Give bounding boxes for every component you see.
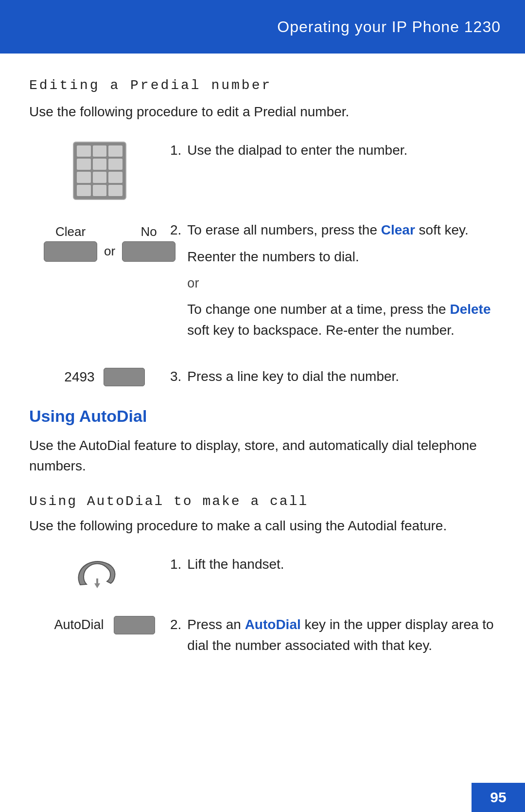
autodial-step-2-number: 2. xyxy=(170,614,181,635)
step-2-right: 2. To erase all numbers, press the Clear… xyxy=(170,219,496,346)
autodial-intro: Use the AutoDial feature to display, sto… xyxy=(29,435,496,476)
autodial-label: AutoDial xyxy=(54,617,104,632)
step-3-inner: 3. Press a line key to dial the number. xyxy=(170,366,496,387)
step-1-inner: 1. Use the dialpad to enter the number. xyxy=(170,140,496,161)
no-label: No xyxy=(141,224,157,239)
step-3-number: 3. xyxy=(170,366,181,387)
step-3-left: 2493 xyxy=(29,366,170,386)
step-2-number: 2. xyxy=(170,219,181,240)
step-2-reenter-text: Reenter the numbers to dial. xyxy=(187,246,496,267)
line-key-label: 2493 xyxy=(64,369,94,385)
step-2-text: To erase all numbers, press the Clear so… xyxy=(187,219,496,346)
clear-no-row: Clear or No xyxy=(44,224,170,262)
step-1-right: 1. Use the dialpad to enter the number. xyxy=(170,140,496,161)
clear-key-group: Clear xyxy=(44,224,97,262)
svg-marker-0 xyxy=(94,578,100,588)
step-2-clear-text: To erase all numbers, press the Clear so… xyxy=(187,219,496,240)
step-2-change-text: To change one number at a time, press th… xyxy=(187,299,496,341)
step-2-change-before: To change one number at a time, press th… xyxy=(187,302,450,317)
page-number: 95 xyxy=(490,789,506,806)
clear-link: Clear xyxy=(381,222,415,237)
dialpad-key xyxy=(77,145,91,157)
dialpad-key xyxy=(108,145,122,157)
or-between-keys: or xyxy=(104,244,115,262)
autodial-step-1-inner: 1. Lift the handset. xyxy=(170,554,496,575)
handset-icon xyxy=(70,556,129,595)
footer: 95 xyxy=(472,783,525,812)
header-title-normal: Operating your IP Phone xyxy=(277,18,464,36)
autodial-step-1-right: 1. Lift the handset. xyxy=(170,554,496,575)
dialpad-key xyxy=(93,185,107,196)
step-2-or: or xyxy=(187,273,496,294)
autodial-key-button[interactable] xyxy=(114,616,155,634)
step-1-row: 1. Use the dialpad to enter the number. xyxy=(29,140,496,200)
autodial-subsection-heading: Using AutoDial to make a call xyxy=(29,494,496,509)
step-2-text-before: To erase all numbers, press the xyxy=(187,222,381,237)
dialpad-key xyxy=(93,145,107,157)
dialpad-key xyxy=(77,185,91,196)
autodial-step-1-row: 1. Lift the handset. xyxy=(29,554,496,595)
step-2-text-after: soft key. xyxy=(415,222,469,237)
dialpad-key xyxy=(108,159,122,170)
line-key-button[interactable] xyxy=(104,368,145,386)
autodial-step-2-left: AutoDial xyxy=(29,614,170,634)
step-3-row: 2493 3. Press a line key to dial the num… xyxy=(29,366,496,387)
header-bar: Operating your IP Phone 1230 xyxy=(0,0,525,54)
autodial-step-1-number: 1. xyxy=(170,554,181,575)
handset-svg xyxy=(73,558,126,592)
step-2-inner: 2. To erase all numbers, press the Clear… xyxy=(170,219,496,346)
step-3-text: Press a line key to dial the number. xyxy=(187,366,496,387)
dialpad-key xyxy=(108,172,122,183)
clear-soft-key[interactable] xyxy=(44,241,97,262)
autodial-step-2-before: Press an xyxy=(187,617,245,632)
dialpad-key xyxy=(93,172,107,183)
step-2-left: Clear or No xyxy=(29,219,170,262)
dialpad-key xyxy=(77,172,91,183)
header-title: Operating your IP Phone 1230 xyxy=(277,18,501,36)
main-content: Editing a Predial number Use the followi… xyxy=(0,54,525,715)
autodial-key-row: AutoDial xyxy=(44,616,155,634)
editing-heading: Editing a Predial number xyxy=(29,78,496,93)
step-1-left xyxy=(29,140,170,200)
step-2-row: Clear or No 2. To erase all numbers, pre… xyxy=(29,219,496,346)
dialpad-key xyxy=(108,185,122,196)
dialpad-key xyxy=(93,159,107,170)
autodial-step-1-left xyxy=(29,554,170,595)
autodial-link: AutoDial xyxy=(245,617,301,632)
autodial-step-2-right: 2. Press an AutoDial key in the upper di… xyxy=(170,614,496,656)
step-1-text: Use the dialpad to enter the number. xyxy=(187,140,496,161)
no-key-group: No xyxy=(122,224,175,262)
autodial-step-2-text: Press an AutoDial key in the upper displ… xyxy=(187,614,496,656)
step-1-number: 1. xyxy=(170,140,181,161)
autodial-step-2-inner: 2. Press an AutoDial key in the upper di… xyxy=(170,614,496,656)
no-soft-key[interactable] xyxy=(122,241,175,262)
editing-intro: Use the following procedure to edit a Pr… xyxy=(29,102,496,122)
dialpad-key xyxy=(77,159,91,170)
header-title-bold: 1230 xyxy=(464,18,501,36)
autodial-heading: Using AutoDial xyxy=(29,407,496,426)
autodial-step-1-text: Lift the handset. xyxy=(187,554,496,575)
step-3-right: 3. Press a line key to dial the number. xyxy=(170,366,496,387)
delete-link: Delete xyxy=(450,302,490,317)
autodial-subsection-intro: Use the following procedure to make a ca… xyxy=(29,516,496,536)
autodial-step-2-row: AutoDial 2. Press an AutoDial key in the… xyxy=(29,614,496,656)
dialpad-image xyxy=(73,142,126,200)
clear-label: Clear xyxy=(55,224,86,239)
line-key-row: 2493 xyxy=(54,368,144,386)
step-2-change-after: soft key to backspace. Re-enter the numb… xyxy=(187,323,454,338)
